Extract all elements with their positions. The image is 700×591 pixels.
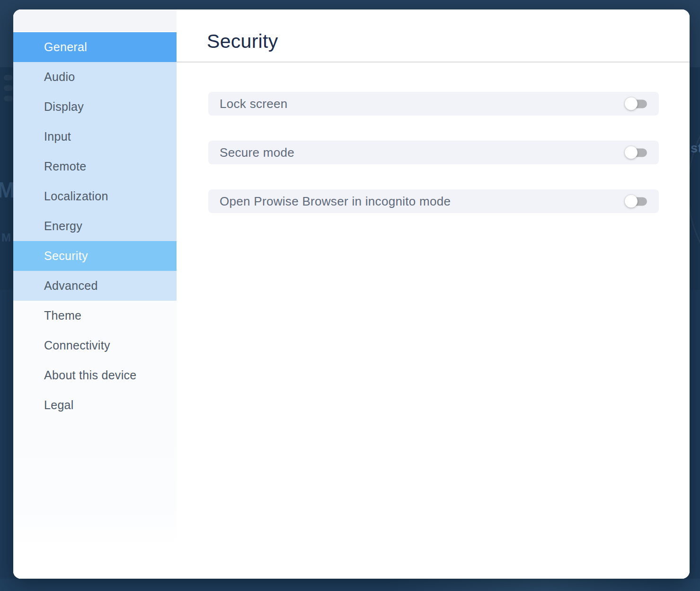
sidebar-item-remote[interactable]: Remote	[13, 152, 177, 181]
sidebar-item-security[interactable]: Security	[13, 241, 177, 271]
sidebar-item-audio[interactable]: Audio	[13, 62, 177, 92]
settings-dialog: General Audio Display Input Remote Local…	[13, 9, 690, 579]
sidebar-item-general[interactable]: General	[13, 32, 177, 62]
background-bar	[4, 96, 13, 101]
background-text-fragment: st	[691, 142, 700, 155]
background-bar	[4, 85, 13, 91]
secure-mode-toggle[interactable]	[625, 146, 647, 159]
background-bottom-band	[0, 579, 700, 591]
toggle-knob	[625, 195, 638, 208]
settings-rows: Lock screen Secure mode Open Prowise Bro…	[177, 63, 690, 213]
setting-row-lock-screen: Lock screen	[208, 92, 659, 116]
sidebar-filler	[13, 420, 177, 579]
sidebar-item-advanced[interactable]: Advanced	[13, 271, 177, 301]
sidebar-item-input[interactable]: Input	[13, 122, 177, 152]
toggle-knob	[625, 146, 638, 159]
sidebar-item-theme[interactable]: Theme	[13, 301, 177, 331]
setting-row-incognito-mode: Open Prowise Browser in incognito mode	[208, 189, 659, 213]
setting-row-secure-mode: Secure mode	[208, 141, 659, 164]
page-title: Security	[207, 30, 278, 53]
background-bar	[4, 75, 13, 81]
incognito-mode-toggle[interactable]	[625, 195, 647, 208]
content-header: Security	[177, 9, 690, 62]
settings-sidebar: General Audio Display Input Remote Local…	[13, 9, 177, 579]
toggle-knob	[625, 98, 638, 110]
setting-label: Lock screen	[220, 97, 287, 111]
sidebar-item-about-this-device[interactable]: About this device	[13, 360, 177, 390]
settings-content: Security Lock screen Secure mode Open Pr…	[177, 9, 690, 579]
setting-label: Open Prowise Browser in incognito mode	[220, 194, 451, 209]
sidebar-item-energy[interactable]: Energy	[13, 211, 177, 241]
sidebar-item-legal[interactable]: Legal	[13, 390, 177, 420]
background-text-fragment: M	[1, 232, 11, 243]
sidebar-item-localization[interactable]: Localization	[13, 181, 177, 211]
sidebar-header-spacer	[13, 9, 177, 32]
setting-label: Secure mode	[220, 145, 294, 160]
sidebar-item-connectivity[interactable]: Connectivity	[13, 331, 177, 360]
sidebar-item-display[interactable]: Display	[13, 92, 177, 122]
lock-screen-toggle[interactable]	[625, 98, 647, 110]
